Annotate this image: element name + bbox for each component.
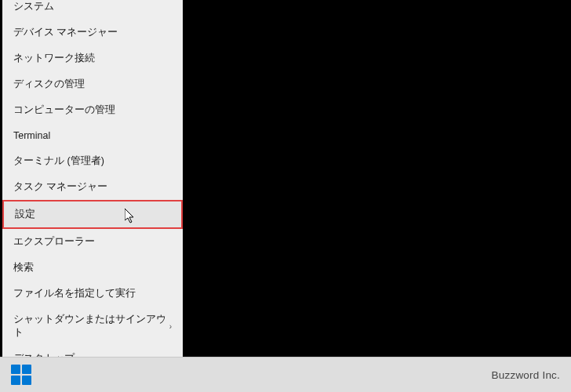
menu-item-label: コンピューターの管理 bbox=[13, 103, 115, 117]
menu-item-shutdown-signout[interactable]: シャットダウンまたはサインアウト › bbox=[2, 307, 183, 346]
menu-item-label: デバイス マネージャー bbox=[13, 26, 118, 39]
menu-item-label: ファイル名を指定して実行 bbox=[13, 287, 136, 300]
menu-item-terminal-admin[interactable]: ターミナル (管理者) bbox=[2, 148, 183, 174]
power-user-menu: システム デバイス マネージャー ネットワーク接続 ディスクの管理 コンピュータ… bbox=[2, 0, 183, 372]
windows-logo-icon bbox=[11, 376, 20, 385]
menu-item-label: システム bbox=[13, 0, 54, 13]
windows-logo-icon bbox=[22, 376, 31, 385]
menu-item-disk-management[interactable]: ディスクの管理 bbox=[2, 71, 183, 97]
menu-item-search[interactable]: 検索 bbox=[2, 255, 183, 281]
attribution-label: Buzzword Inc. bbox=[492, 369, 560, 381]
menu-item-run[interactable]: ファイル名を指定して実行 bbox=[2, 281, 183, 307]
taskbar: Buzzword Inc. bbox=[0, 357, 571, 392]
menu-item-network-connections[interactable]: ネットワーク接続 bbox=[2, 45, 183, 71]
chevron-right-icon: › bbox=[169, 322, 172, 331]
menu-item-device-manager[interactable]: デバイス マネージャー bbox=[2, 20, 183, 45]
windows-logo-icon bbox=[11, 365, 20, 374]
menu-item-label: エクスプローラー bbox=[13, 235, 95, 249]
menu-item-system[interactable]: システム bbox=[2, 0, 183, 20]
menu-item-label: Terminal bbox=[13, 130, 50, 141]
menu-item-explorer[interactable]: エクスプローラー bbox=[2, 229, 183, 255]
menu-item-label: 検索 bbox=[13, 261, 34, 274]
menu-item-label: タスク マネージャー bbox=[13, 180, 107, 194]
menu-item-label: シャットダウンまたはサインアウト bbox=[13, 313, 169, 339]
windows-logo-icon bbox=[22, 365, 31, 374]
menu-item-label: 設定 bbox=[15, 208, 35, 221]
start-button[interactable] bbox=[11, 365, 31, 385]
menu-item-label: ネットワーク接続 bbox=[13, 52, 95, 65]
menu-item-label: ターミナル (管理者) bbox=[13, 154, 104, 168]
menu-item-terminal[interactable]: Terminal bbox=[2, 123, 183, 148]
menu-item-task-manager[interactable]: タスク マネージャー bbox=[2, 174, 183, 200]
menu-item-settings[interactable]: 設定 bbox=[2, 200, 183, 229]
menu-item-computer-management[interactable]: コンピューターの管理 bbox=[2, 97, 183, 123]
menu-item-label: ディスクの管理 bbox=[13, 78, 85, 91]
